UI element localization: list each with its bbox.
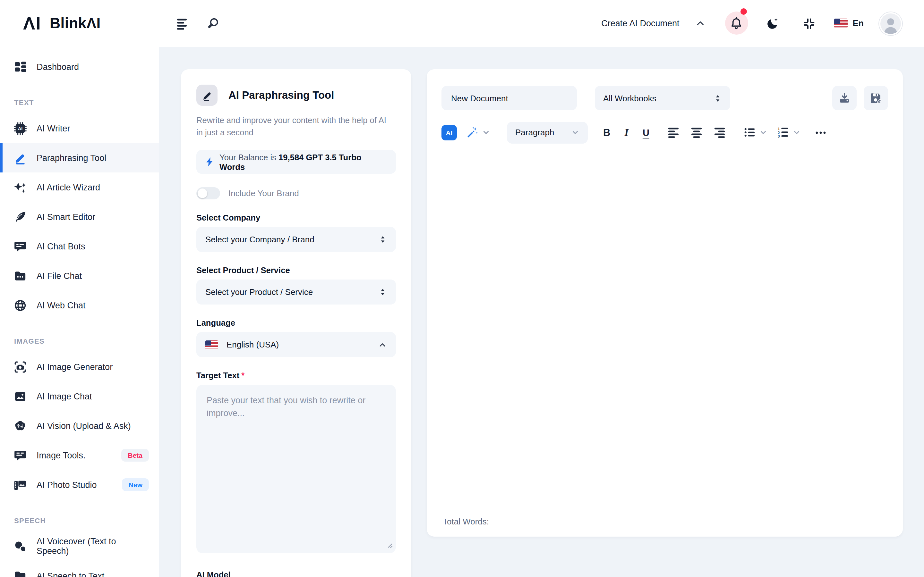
chevron-down-icon xyxy=(571,128,580,137)
underline-button[interactable]: U xyxy=(643,127,649,137)
align-center-icon xyxy=(690,126,703,139)
magic-wand-button[interactable] xyxy=(466,126,490,139)
company-label: Select Company xyxy=(196,213,396,222)
sidebar-item-ai-image-chat[interactable]: AI Image Chat xyxy=(0,382,159,411)
include-brand-toggle[interactable] xyxy=(196,187,220,199)
sort-caret-icon xyxy=(379,288,387,296)
download-icon xyxy=(838,92,851,105)
sidebar-item-ai-writer[interactable]: AI AI Writer xyxy=(0,113,159,143)
align-right-button[interactable] xyxy=(714,126,726,139)
balance-banner: Your Balance is 19,584 GPT 3.5 Turbo Wor… xyxy=(196,150,396,174)
sidebar-item-label: AI Voiceover (Text to Speech) xyxy=(37,537,149,556)
search-button[interactable] xyxy=(203,13,223,33)
notifications-button[interactable] xyxy=(726,13,746,34)
page-title: AI Paraphrasing Tool xyxy=(228,89,334,101)
sidebar-item-label: Dashboard xyxy=(37,62,79,71)
sort-caret-icon xyxy=(379,235,387,243)
sparkles-icon xyxy=(13,181,27,194)
sidebar-item-paraphrasing-tool[interactable]: Paraphrasing Tool xyxy=(0,143,159,172)
sidebar-item-dashboard[interactable]: Dashboard xyxy=(0,52,159,81)
menu-toggle-button[interactable] xyxy=(173,14,192,33)
avatar[interactable] xyxy=(879,12,902,35)
sidebar: Dashboard TEXT AI AI Writer xyxy=(0,47,159,577)
target-text-input[interactable] xyxy=(196,385,396,553)
numbered-list-options-button[interactable] xyxy=(792,128,801,137)
align-left-icon xyxy=(667,126,680,139)
paraphrasing-form-card: AI Paraphrasing Tool Rewrite and improve… xyxy=(181,69,411,577)
pen-icon xyxy=(13,151,27,164)
sidebar-item-label: Paraphrasing Tool xyxy=(37,153,106,163)
ai-model-label: AI Model xyxy=(196,570,396,577)
brain-icon xyxy=(13,419,27,432)
message-lines-icon xyxy=(13,448,27,462)
create-document-collapse-button[interactable] xyxy=(692,15,708,31)
search-icon xyxy=(206,17,220,30)
more-tools-button[interactable] xyxy=(815,131,827,134)
sidebar-item-ai-vision[interactable]: AI Vision (Upload & Ask) xyxy=(0,411,159,440)
sidebar-item-label: AI Web Chat xyxy=(37,300,86,310)
sidebar-item-image-tools[interactable]: Image Tools. Beta xyxy=(0,440,159,470)
tool-header: AI Paraphrasing Tool xyxy=(196,85,396,106)
sidebar-item-ai-chat-bots[interactable]: AI Chat Bots xyxy=(0,231,159,261)
download-button[interactable] xyxy=(832,86,857,110)
numbered-list-button[interactable]: 1 2 3 xyxy=(777,126,789,139)
language-code: En xyxy=(853,19,864,28)
save-document-button[interactable] xyxy=(864,86,888,110)
ellipsis-icon xyxy=(815,131,827,134)
exit-fullscreen-icon xyxy=(803,17,815,30)
sidebar-item-ai-file-chat[interactable]: AI File Chat xyxy=(0,261,159,290)
resize-grip-icon[interactable] xyxy=(386,539,393,551)
toggle-knob xyxy=(198,189,207,198)
product-select-value: Select your Product / Service xyxy=(205,287,313,297)
pen-tile-icon xyxy=(196,85,218,106)
ai-assist-button[interactable]: AI xyxy=(441,125,457,140)
target-text-wrap xyxy=(196,385,396,553)
language-select[interactable]: English (USA) xyxy=(196,332,396,357)
list-group: 1 2 3 xyxy=(744,126,801,139)
bold-button[interactable]: B xyxy=(603,127,610,138)
speech-to-text-icon xyxy=(13,569,27,577)
paragraph-style-value: Paragraph xyxy=(515,127,554,137)
ai-chip-icon: AI xyxy=(13,121,27,135)
bullet-list-options-button[interactable] xyxy=(759,128,767,137)
editor-content[interactable] xyxy=(441,144,888,503)
create-ai-document-button[interactable]: Create AI Document xyxy=(601,19,679,28)
balance-prefix: Your Balance is xyxy=(220,152,276,162)
fullscreen-button[interactable] xyxy=(799,14,819,33)
sidebar-item-ai-smart-editor[interactable]: AI Smart Editor xyxy=(0,202,159,231)
editor-card: All Workbooks xyxy=(427,69,903,537)
sidebar-item-ai-voiceover[interactable]: AI Voiceover (Text to Speech) xyxy=(0,532,159,561)
dark-mode-button[interactable] xyxy=(762,13,782,33)
sidebar-item-ai-article-wizard[interactable]: AI Article Wizard xyxy=(0,172,159,202)
document-actions xyxy=(832,86,888,110)
bullet-list-button[interactable] xyxy=(744,126,756,139)
align-left-button[interactable] xyxy=(667,126,680,139)
paragraph-style-select[interactable]: Paragraph xyxy=(507,121,588,143)
chevron-up-icon xyxy=(378,340,387,349)
chevron-down-icon xyxy=(759,128,767,137)
sidebar-item-label: AI File Chat xyxy=(37,271,82,280)
camera-scan-icon xyxy=(13,360,27,374)
align-center-button[interactable] xyxy=(690,126,703,139)
workbooks-select[interactable]: All Workbooks xyxy=(595,86,730,110)
italic-button[interactable]: I xyxy=(624,127,628,138)
app-root: ΛI BlinkΛI Create AI Docu xyxy=(0,0,924,577)
sidebar-item-label: AI Chat Bots xyxy=(37,242,86,251)
alignment-group xyxy=(667,126,726,139)
product-select[interactable]: Select your Product / Service xyxy=(196,279,396,305)
sidebar-item-ai-photo-studio[interactable]: AI Photo Studio New xyxy=(0,470,159,500)
required-mark: * xyxy=(241,371,244,380)
language-switcher[interactable]: En xyxy=(834,19,864,28)
topbar: ΛI BlinkΛI Create AI Docu xyxy=(0,0,924,47)
company-select[interactable]: Select your Company / Brand xyxy=(196,227,396,252)
speech-bubbles-icon xyxy=(13,540,27,553)
sidebar-item-ai-web-chat[interactable]: AI Web Chat xyxy=(0,290,159,320)
sidebar-section-images: IMAGES xyxy=(0,335,159,347)
document-name-input[interactable] xyxy=(441,86,577,110)
content-area: AI Paraphrasing Tool Rewrite and improve… xyxy=(159,47,924,577)
target-text-label: Target Text* xyxy=(196,371,396,380)
sidebar-item-ai-speech-to-text[interactable]: AI Speech to Text xyxy=(0,561,159,577)
sidebar-item-ai-image-generator[interactable]: AI Image Generator xyxy=(0,352,159,382)
logo-mark: ΛI xyxy=(23,13,41,34)
sidebar-item-label: AI Smart Editor xyxy=(37,212,95,221)
